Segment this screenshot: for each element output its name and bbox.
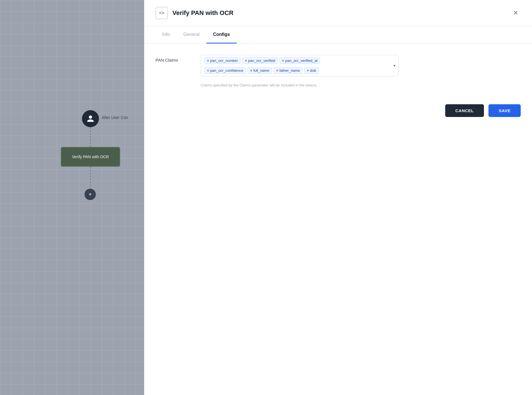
add-step-button[interactable]: + bbox=[85, 189, 96, 200]
user-icon bbox=[86, 115, 94, 123]
panel-body: PAN Claims × pan_ocr_number × pan_ocr_ve… bbox=[144, 44, 532, 395]
user-node bbox=[82, 110, 99, 127]
remove-claim-full-name[interactable]: × bbox=[250, 68, 252, 73]
claim-tag-pan-ocr-verified: × pan_ocr_verified bbox=[242, 57, 278, 64]
claims-input[interactable]: × pan_ocr_number × pan_ocr_verified × pa… bbox=[201, 55, 399, 76]
code-icon-box: <> bbox=[155, 7, 168, 19]
panel-header-left: <> Verify PAN with OCR bbox=[155, 7, 233, 19]
cancel-button[interactable]: CANCEL bbox=[445, 104, 484, 117]
claim-tag-father-name: × father_name bbox=[274, 67, 303, 74]
canvas-area: After User Con Verify PAN with OCR + bbox=[0, 0, 144, 395]
code-icon: <> bbox=[159, 10, 165, 16]
remove-claim-pan-ocr-verified[interactable]: × bbox=[245, 58, 247, 63]
claim-tag-pan-ocr-confidence: × pan_ocr_confidence bbox=[204, 67, 246, 74]
remove-claim-pan-ocr-confidence[interactable]: × bbox=[207, 68, 209, 73]
tab-info[interactable]: Info bbox=[155, 26, 177, 44]
close-button[interactable]: ✕ bbox=[511, 8, 521, 18]
claims-hint: Claims specified by the Claims parameter… bbox=[201, 83, 521, 87]
after-user-label: After User Con bbox=[102, 115, 128, 120]
close-icon: ✕ bbox=[513, 9, 518, 17]
verify-pan-node[interactable]: Verify PAN with OCR bbox=[61, 147, 120, 167]
remove-claim-pan-ocr-number[interactable]: × bbox=[207, 58, 209, 63]
connector-line-bottom bbox=[90, 167, 91, 189]
action-buttons: CANCEL SAVE bbox=[155, 104, 521, 117]
claim-tag-full-name: × full_name bbox=[248, 67, 272, 74]
tab-general[interactable]: General bbox=[177, 26, 206, 44]
claim-tag-dob: × dob bbox=[304, 67, 319, 74]
claims-dropdown-arrow[interactable]: ▾ bbox=[393, 63, 395, 68]
tabs-bar: Info General Configs bbox=[144, 26, 532, 44]
pan-claims-label: PAN Claims bbox=[155, 55, 189, 62]
remove-claim-father-name[interactable]: × bbox=[276, 68, 278, 73]
config-panel: <> Verify PAN with OCR ✕ Info General Co… bbox=[144, 0, 532, 395]
claim-tag-pan-ocr-verified-at: × pan_ocr_verified_at bbox=[280, 57, 320, 64]
tab-configs[interactable]: Configs bbox=[206, 26, 237, 44]
verify-pan-node-label: Verify PAN with OCR bbox=[72, 155, 109, 159]
connector-line-top bbox=[90, 127, 91, 147]
pan-claims-row: PAN Claims × pan_ocr_number × pan_ocr_ve… bbox=[155, 55, 521, 76]
panel-header: <> Verify PAN with OCR ✕ bbox=[144, 0, 532, 26]
save-button[interactable]: SAVE bbox=[488, 104, 521, 117]
remove-claim-pan-ocr-verified-at[interactable]: × bbox=[282, 58, 284, 63]
panel-title: Verify PAN with OCR bbox=[172, 9, 233, 17]
remove-claim-dob[interactable]: × bbox=[307, 68, 309, 73]
claim-tag-pan-ocr-number: × pan_ocr_number bbox=[204, 57, 241, 64]
plus-icon: + bbox=[88, 191, 92, 198]
